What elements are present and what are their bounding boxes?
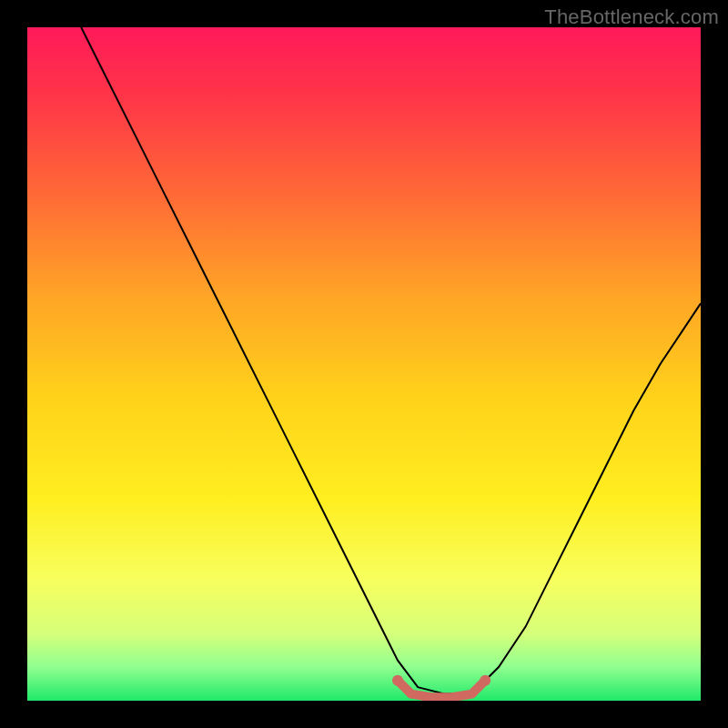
plot-area: [27, 27, 701, 701]
band-end: [480, 675, 490, 686]
gradient-background: [27, 27, 701, 701]
band-start: [392, 675, 403, 686]
watermark-text: TheBottleneck.com: [544, 5, 719, 29]
chart-frame: TheBottleneck.com: [0, 0, 728, 728]
chart-svg: [27, 27, 701, 701]
